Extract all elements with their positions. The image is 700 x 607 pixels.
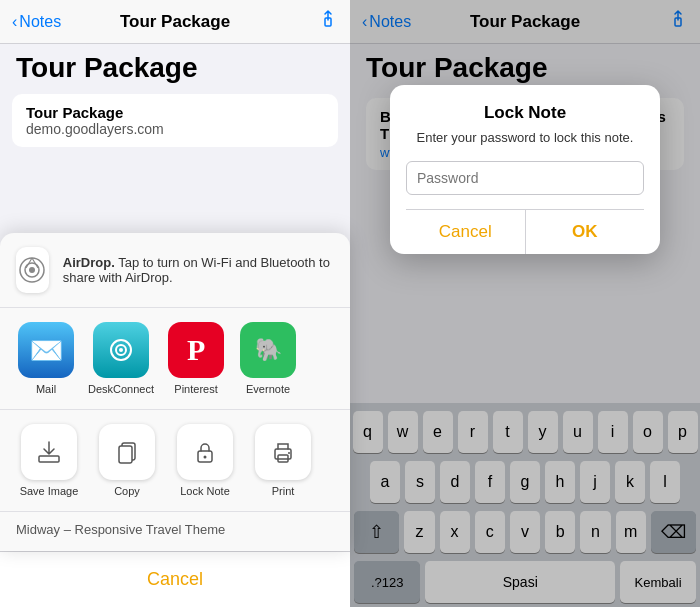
print-icon [255, 424, 311, 480]
app-deskconnect-label: DeskConnect [88, 383, 154, 395]
deskconnect-icon [93, 322, 149, 378]
dialog-title: Lock Note [406, 103, 644, 123]
action-lock-note[interactable]: Lock Note [172, 424, 238, 497]
copy-icon [99, 424, 155, 480]
left-bottom-text: Midway – Responsive Travel Theme [0, 512, 350, 543]
left-nav-bar: ‹ Notes Tour Package [0, 0, 350, 44]
svg-point-13 [204, 456, 207, 459]
left-note-card: Tour Package demo.goodlayers.com [12, 94, 338, 147]
dialog-buttons: Cancel OK [406, 209, 644, 254]
lock-note-icon [177, 424, 233, 480]
svg-point-8 [119, 348, 123, 352]
left-chevron-icon: ‹ [12, 13, 17, 31]
left-back-label: Notes [19, 13, 61, 31]
app-mail[interactable]: ✉️ Mail [16, 322, 76, 395]
svg-rect-11 [119, 446, 132, 463]
dialog-password-input[interactable] [406, 161, 644, 195]
left-panel: ‹ Notes Tour Package Tour Package Tour P… [0, 0, 350, 607]
action-copy-label: Copy [114, 485, 140, 497]
apps-row: ✉️ Mail DeskConnect P Pinterest 🐘 [0, 308, 350, 410]
left-back-button[interactable]: ‹ Notes [12, 13, 61, 31]
app-mail-label: Mail [36, 383, 56, 395]
right-panel: ‹ Notes Tour Package Tour Package Book Y… [350, 0, 700, 607]
dialog-ok-button[interactable]: OK [526, 210, 645, 254]
actions-row: Save Image Copy [0, 410, 350, 512]
app-pinterest-label: Pinterest [174, 383, 217, 395]
dialog-message: Enter your password to lock this note. [406, 129, 644, 147]
mail-icon: ✉️ [18, 322, 74, 378]
airdrop-description: AirDrop. Tap to turn on Wi-Fi and Blueto… [63, 255, 334, 285]
airdrop-row[interactable]: AirDrop. Tap to turn on Wi-Fi and Blueto… [0, 233, 350, 308]
share-sheet: AirDrop. Tap to turn on Wi-Fi and Blueto… [0, 233, 350, 551]
svg-point-3 [29, 267, 35, 273]
app-deskconnect[interactable]: DeskConnect [88, 322, 154, 395]
left-cancel-bar[interactable]: Cancel [0, 551, 350, 607]
action-lock-note-label: Lock Note [180, 485, 230, 497]
dialog-overlay: Lock Note Enter your password to lock th… [350, 0, 700, 607]
save-image-icon [21, 424, 77, 480]
lock-note-dialog: Lock Note Enter your password to lock th… [390, 85, 660, 254]
action-save-image-label: Save Image [20, 485, 79, 497]
app-evernote[interactable]: 🐘 Evernote [238, 322, 298, 395]
svg-rect-9 [39, 456, 59, 462]
left-page-title: Tour Package [0, 44, 350, 90]
dialog-cancel-button[interactable]: Cancel [406, 210, 526, 254]
left-note-card-title: Tour Package [26, 104, 324, 121]
svg-point-16 [288, 452, 290, 454]
left-share-icon[interactable] [318, 9, 338, 34]
pinterest-icon: P [168, 322, 224, 378]
action-print[interactable]: Print [250, 424, 316, 497]
action-copy[interactable]: Copy [94, 424, 160, 497]
airdrop-icon [16, 247, 49, 293]
left-note-card-url: demo.goodlayers.com [26, 121, 324, 137]
left-nav-title: Tour Package [120, 12, 230, 32]
left-cancel-button[interactable]: Cancel [147, 569, 203, 590]
app-pinterest[interactable]: P Pinterest [166, 322, 226, 395]
action-save-image[interactable]: Save Image [16, 424, 82, 497]
evernote-icon: 🐘 [240, 322, 296, 378]
action-print-label: Print [272, 485, 295, 497]
app-evernote-label: Evernote [246, 383, 290, 395]
